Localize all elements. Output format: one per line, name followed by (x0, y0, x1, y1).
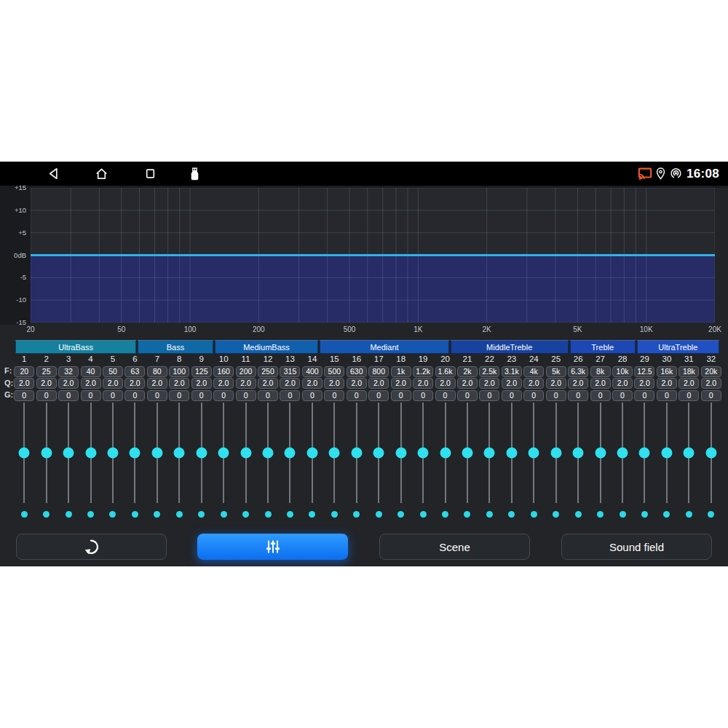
q-value-box[interactable]: 2.0 (457, 378, 478, 389)
q-value-box[interactable]: 2.0 (14, 378, 34, 389)
freq-value-box[interactable]: 125 (191, 366, 212, 377)
gain-slider[interactable] (201, 403, 202, 503)
q-value-box[interactable]: 2.0 (280, 378, 300, 389)
gain-value-box[interactable]: 0 (258, 390, 278, 401)
q-value-box[interactable]: 2.0 (347, 378, 367, 389)
gain-value-box[interactable]: 0 (590, 390, 611, 401)
slider-thumb[interactable] (130, 447, 141, 458)
gain-value-box[interactable]: 0 (302, 390, 323, 401)
slider-thumb[interactable] (329, 447, 340, 458)
gain-value-box[interactable]: 0 (324, 390, 344, 401)
slider-thumb[interactable] (41, 447, 52, 458)
q-value-box[interactable]: 2.0 (502, 378, 522, 389)
q-value-box[interactable]: 2.0 (368, 378, 389, 389)
gain-value-box[interactable]: 0 (479, 390, 499, 401)
gain-slider[interactable] (333, 403, 335, 503)
freq-value-box[interactable]: 800 (368, 366, 389, 377)
freq-value-box[interactable]: 10k (612, 366, 633, 377)
gain-value-box[interactable]: 0 (347, 390, 367, 401)
freq-value-box[interactable]: 80 (147, 366, 167, 377)
freq-value-box[interactable]: 3.1k (502, 366, 522, 377)
q-value-box[interactable]: 2.0 (103, 378, 123, 389)
gain-value-box[interactable]: 0 (103, 390, 123, 401)
q-value-box[interactable]: 2.0 (58, 378, 79, 389)
q-value-box[interactable]: 2.0 (124, 378, 145, 389)
gain-value-box[interactable]: 0 (169, 390, 189, 401)
freq-value-box[interactable]: 250 (258, 366, 278, 377)
freq-value-box[interactable]: 4k (523, 366, 544, 377)
gain-slider[interactable] (400, 403, 402, 503)
q-value-box[interactable]: 2.0 (391, 378, 411, 389)
gain-value-box[interactable]: 0 (191, 390, 212, 401)
gain-value-box[interactable]: 0 (81, 390, 101, 401)
scene-button[interactable]: Scene (379, 534, 530, 560)
gain-slider[interactable] (533, 403, 534, 503)
slider-thumb[interactable] (550, 447, 561, 458)
gain-value-box[interactable]: 0 (457, 390, 478, 401)
q-value-box[interactable]: 2.0 (590, 378, 611, 389)
slider-thumb[interactable] (373, 447, 384, 458)
slider-thumb[interactable] (63, 447, 74, 458)
q-value-box[interactable]: 2.0 (302, 378, 323, 389)
gain-slider[interactable] (711, 403, 712, 503)
gain-slider[interactable] (267, 403, 269, 503)
q-value-box[interactable]: 2.0 (324, 378, 344, 389)
gain-value-box[interactable]: 0 (502, 390, 522, 401)
gain-slider[interactable] (422, 403, 424, 503)
q-value-box[interactable]: 2.0 (568, 378, 588, 389)
gain-slider[interactable] (312, 403, 313, 503)
slider-thumb[interactable] (506, 447, 517, 458)
slider-thumb[interactable] (19, 447, 30, 458)
gain-slider[interactable] (511, 403, 513, 503)
freq-value-box[interactable]: 12.5 (634, 366, 654, 377)
slider-thumb[interactable] (661, 447, 672, 458)
gain-value-box[interactable]: 0 (147, 390, 167, 401)
slider-thumb[interactable] (684, 447, 695, 458)
slider-thumb[interactable] (595, 447, 606, 458)
freq-value-box[interactable]: 200 (236, 366, 256, 377)
freq-value-box[interactable]: 6.3k (568, 366, 588, 377)
gain-slider[interactable] (378, 403, 379, 503)
slider-thumb[interactable] (639, 447, 650, 458)
gain-slider[interactable] (644, 403, 645, 503)
freq-value-box[interactable]: 630 (347, 366, 367, 377)
q-value-box[interactable]: 2.0 (479, 378, 499, 389)
gain-value-box[interactable]: 0 (124, 390, 145, 401)
gain-slider[interactable] (245, 403, 247, 503)
gain-value-box[interactable]: 0 (612, 390, 633, 401)
gain-slider[interactable] (488, 403, 490, 503)
gain-value-box[interactable]: 0 (391, 390, 411, 401)
gain-value-box[interactable]: 0 (213, 390, 234, 401)
gain-slider[interactable] (555, 403, 557, 503)
freq-value-box[interactable]: 40 (81, 366, 101, 377)
gain-value-box[interactable]: 0 (36, 390, 57, 401)
q-value-box[interactable]: 2.0 (612, 378, 633, 389)
freq-value-box[interactable]: 1.6k (435, 366, 456, 377)
slider-thumb[interactable] (85, 447, 96, 458)
gain-value-box[interactable]: 0 (14, 390, 34, 401)
gain-value-box[interactable]: 0 (280, 390, 300, 401)
freq-value-box[interactable]: 63 (124, 366, 145, 377)
gain-slider[interactable] (688, 403, 689, 503)
gain-slider[interactable] (577, 403, 579, 503)
gain-slider[interactable] (46, 403, 47, 503)
slider-thumb[interactable] (418, 447, 429, 458)
gain-value-box[interactable]: 0 (701, 390, 721, 401)
gain-slider[interactable] (467, 403, 468, 503)
gain-value-box[interactable]: 0 (413, 390, 433, 401)
gain-slider[interactable] (112, 403, 114, 503)
slider-thumb[interactable] (240, 447, 251, 458)
slider-thumb[interactable] (440, 447, 451, 458)
home-icon[interactable] (93, 165, 110, 182)
gain-slider[interactable] (356, 403, 357, 503)
freq-value-box[interactable]: 1k (391, 366, 411, 377)
freq-value-box[interactable]: 16k (657, 366, 677, 377)
freq-value-box[interactable]: 1.2k (413, 366, 433, 377)
slider-thumb[interactable] (218, 447, 229, 458)
slider-thumb[interactable] (174, 447, 185, 458)
q-value-box[interactable]: 2.0 (435, 378, 456, 389)
gain-value-box[interactable]: 0 (568, 390, 588, 401)
q-value-box[interactable]: 2.0 (147, 378, 167, 389)
slider-thumb[interactable] (484, 447, 495, 458)
freq-value-box[interactable]: 25 (36, 366, 57, 377)
